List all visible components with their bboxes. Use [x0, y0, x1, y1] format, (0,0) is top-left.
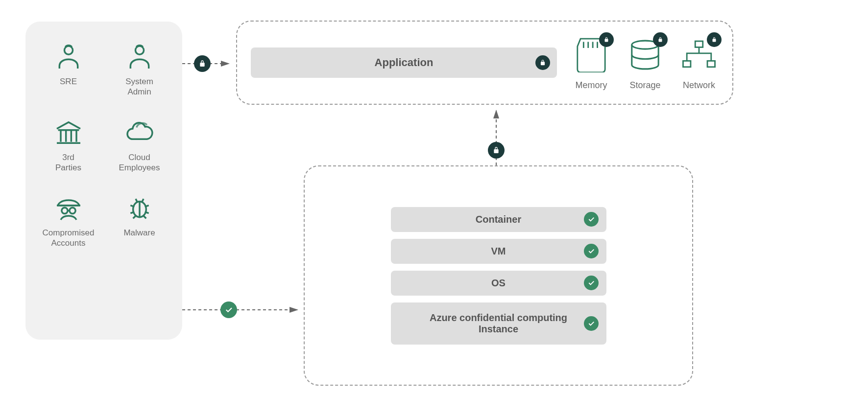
layer-container: Container [391, 207, 606, 232]
layer-label: VM [491, 246, 506, 257]
layer-azure: Azure confidential computing Instance [391, 302, 606, 345]
spy-icon [53, 192, 84, 224]
actor-label: CompromisedAccounts [43, 228, 95, 249]
check-icon [584, 276, 599, 290]
resource-memory: Memory [572, 35, 611, 91]
resource-storage: Storage [626, 35, 665, 91]
connector-lock-icon [488, 142, 505, 159]
layer-label: Azure confidential computing Instance [415, 312, 582, 335]
actor-label: CloudEmployees [119, 152, 160, 173]
actor-label: SystemAdmin [125, 76, 153, 97]
resource-label: Memory [575, 80, 607, 91]
svg-point-2 [61, 208, 67, 213]
application-label: Application [375, 56, 434, 69]
resource-label: Storage [629, 80, 660, 91]
actor-label: Malware [123, 228, 155, 238]
cloud-icon [123, 117, 155, 148]
person-icon [53, 41, 84, 72]
connector-check-icon [220, 301, 237, 318]
actor-sysadmin: SystemAdmin [124, 41, 155, 97]
lock-icon [707, 32, 722, 47]
bug-icon [124, 192, 155, 224]
infrastructure-group: Container VM OS Azure confidential compu… [304, 165, 693, 386]
svg-rect-7 [683, 61, 691, 67]
actor-malware: Malware [123, 192, 155, 249]
check-icon [584, 316, 599, 331]
svg-rect-6 [695, 41, 703, 47]
resource-label: Network [683, 80, 715, 91]
svg-point-3 [69, 208, 75, 213]
person-icon [124, 41, 155, 72]
lock-icon [653, 32, 668, 47]
connector-lock-icon [194, 55, 211, 72]
actors-panel: SRE SystemAdmin 3rdParties CloudEmployee… [25, 22, 182, 340]
layer-vm: VM [391, 239, 606, 264]
protected-assets-group: Application Memory Storage Network [236, 21, 733, 105]
actor-label: SRE [60, 76, 77, 87]
application-bar: Application [251, 47, 557, 78]
actor-cloud-employees: CloudEmployees [119, 117, 160, 173]
actor-compromised: CompromisedAccounts [43, 192, 95, 249]
layer-label: Container [476, 214, 521, 225]
actor-sre: SRE [53, 41, 84, 97]
arrow-to-infra [182, 305, 305, 315]
resource-network: Network [679, 35, 719, 91]
check-icon [584, 244, 599, 258]
building-icon [53, 117, 84, 148]
lock-icon [599, 32, 614, 47]
svg-point-1 [135, 46, 144, 54]
svg-rect-8 [707, 61, 715, 67]
check-icon [584, 212, 599, 227]
layer-os: OS [391, 271, 606, 296]
svg-point-0 [64, 46, 72, 54]
lock-icon [535, 55, 550, 70]
layer-label: OS [491, 278, 506, 289]
actor-third-parties: 3rdParties [53, 117, 84, 173]
actor-label: 3rdParties [55, 152, 81, 173]
